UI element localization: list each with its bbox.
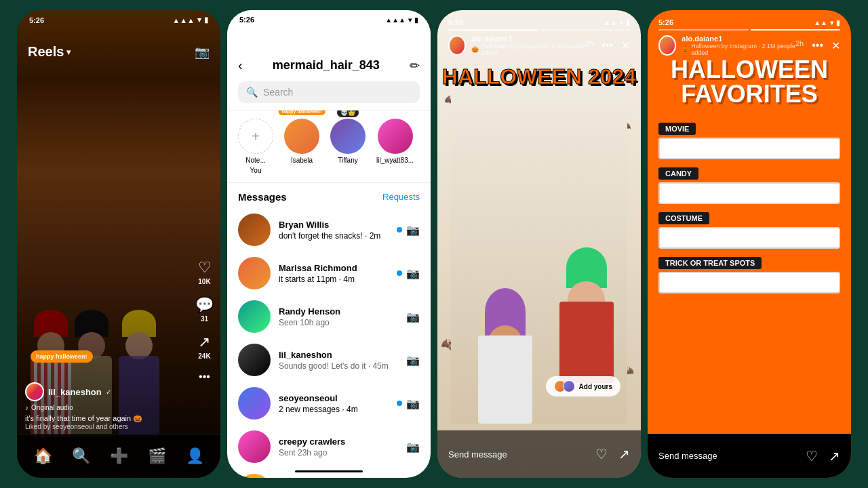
msg-content-marissa: Marissa Richmond it starts at 11pm · 4m: [279, 263, 389, 284]
add-yours-label: Add yours: [579, 383, 612, 390]
reel-user: lil_kaneshon ✓: [25, 382, 186, 401]
msg-right-creepy: 📷: [406, 441, 420, 453]
note-icon: +: [238, 119, 273, 154]
msg-content-bryan: Bryan Willis don't forget the snacks! · …: [279, 220, 389, 241]
like-button[interactable]: ♡ 10K: [198, 259, 212, 285]
story-name-isabela: Isabela: [291, 157, 313, 164]
story-bottom-3: Send message ♡ ↗: [437, 430, 641, 478]
story-name-tiffany: Tiffany: [338, 157, 357, 164]
person-green: [553, 247, 620, 383]
message-row-kaneshon[interactable]: lil_kaneshon Sounds good! Let's do it · …: [238, 338, 420, 382]
send-icon-3[interactable]: ↗: [618, 446, 630, 462]
messages-header-row: Messages Requests: [238, 183, 420, 208]
signal-2: ▲▲▲: [385, 16, 406, 24]
add-yours-button[interactable]: Add yours: [546, 376, 620, 396]
unread-dot-bryan: [397, 227, 402, 232]
avatar-randy: [238, 300, 271, 333]
msg-right-marissa: 📷: [397, 267, 420, 280]
message-row-creepy[interactable]: creepy crawlers Sent 23h ago 📷: [238, 425, 420, 468]
search-icon: 🔍: [246, 87, 258, 98]
send-icon-4[interactable]: ↗: [829, 448, 840, 464]
message-row-marissa[interactable]: Marissa Richmond it starts at 11pm · 4m …: [238, 251, 420, 295]
category-candy: CANDY: [658, 167, 840, 204]
close-icon-4[interactable]: ✕: [831, 39, 840, 52]
edit-button[interactable]: ✏: [410, 58, 420, 73]
story-avatar-4: [658, 35, 676, 56]
home-indicator-2: [295, 470, 363, 472]
camera-icon-creepy: 📷: [406, 441, 420, 453]
reel-actions: ♡ 10K 💬 31 ↗ 24K •••: [195, 259, 214, 383]
share-button[interactable]: ↗ 24K: [198, 333, 210, 360]
like-count: 10K: [198, 278, 210, 285]
nav-add[interactable]: ➕: [105, 443, 132, 470]
back-button[interactable]: ‹: [238, 58, 243, 73]
message-row-seoyon[interactable]: seoyeonseoul 2 new messages · 4m 📷: [238, 382, 420, 425]
category-trick-or-treat: TRICK OR TREAT SPOTS: [658, 257, 840, 293]
message-row-randy[interactable]: Randy Henson Seen 10h ago 📷: [238, 295, 420, 338]
msg-name-seoyon: seoyeonseoul: [279, 393, 389, 403]
category-label-movie: MOVIE: [658, 123, 696, 135]
story-you[interactable]: + Note... You: [238, 119, 273, 174]
time-1: 5:26: [29, 16, 44, 24]
more-button[interactable]: •••: [199, 371, 210, 383]
category-input-candy[interactable]: [658, 182, 840, 204]
category-label-candy: CANDY: [658, 167, 698, 180]
time-4: 5:26: [658, 18, 673, 26]
message-row-bryan[interactable]: Bryan Willis don't forget the snacks! · …: [238, 208, 420, 251]
category-input-movie[interactable]: [658, 138, 840, 159]
story-lil-wyatt[interactable]: lil_wyatt83...: [376, 119, 414, 174]
category-input-trick[interactable]: [658, 272, 840, 293]
more-icon-4[interactable]: •••: [812, 39, 823, 52]
body-purple: [478, 336, 532, 424]
msg-right-seoyon: 📷: [397, 397, 420, 410]
nav-reels[interactable]: 🎬: [143, 443, 170, 470]
heart-icon-3[interactable]: ♡: [595, 446, 608, 462]
heart-icon: ♡: [198, 259, 212, 277]
send-message-4[interactable]: Send message: [658, 451, 797, 461]
camera-icon-seoyon: 📷: [406, 397, 420, 410]
status-bar-1: 5:26 ▲▲▲ ▾ ▮: [17, 10, 220, 27]
reel-audio: ♪ Original audio: [25, 404, 186, 411]
more-icon: •••: [199, 371, 210, 383]
search-bar[interactable]: 🔍 Search: [238, 81, 420, 103]
audio-label: Original audio: [31, 404, 73, 411]
camera-icon[interactable]: 📷: [195, 45, 210, 60]
reel-bottom: lil_kaneshon ✓ ♪ Original audio it's fin…: [25, 382, 186, 430]
stories-row: + Note... You happy halloween! Isabela 💀…: [227, 110, 431, 183]
add-yours-avatars: [554, 380, 575, 392]
story-tiffany[interactable]: 💀👑 Tiffany: [330, 119, 366, 174]
requests-button[interactable]: Requests: [382, 192, 420, 202]
story-name-you: Note...: [245, 157, 265, 164]
category-label-trick: TRICK OR TREAT SPOTS: [658, 257, 762, 269]
story-user-info-3: alo.daiane1 🎃 Halloween by Instagram · 2…: [471, 35, 585, 56]
avatar-tiffany: [330, 119, 366, 154]
time-3: 5:26: [448, 18, 463, 26]
nav-home[interactable]: 🏠: [29, 443, 56, 470]
category-input-costume[interactable]: [658, 227, 840, 249]
time-2: 5:26: [239, 16, 254, 24]
progress-4-2: [751, 29, 841, 30]
story-tag-text-4: Halloween by Instagram · 2.1M people add…: [691, 43, 795, 56]
send-message-3[interactable]: Send message: [448, 449, 587, 460]
story-bubble-isabela: happy halloween!: [279, 110, 326, 115]
more-icon-3[interactable]: •••: [601, 39, 613, 52]
nav-search[interactable]: 🔍: [67, 443, 94, 470]
msg-preview-kaneshon: Sounds good! Let's do it · 45m: [279, 361, 398, 371]
story-user-row-3: alo.daiane1 🎃 Halloween by Instagram · 2…: [448, 35, 630, 56]
msg-preview-marissa: it starts at 11pm · 4m: [279, 274, 389, 284]
chat-title: mermaid_hair_843: [273, 58, 380, 73]
msg-name-kaneshon: lil_kaneshon: [279, 350, 398, 360]
liked-by: Liked by seoyeonseoul and others: [25, 423, 186, 430]
comment-button[interactable]: 💬 31: [195, 296, 214, 323]
nav-profile[interactable]: 👤: [181, 443, 208, 470]
msg-content-creepy: creepy crawlers Sent 23h ago: [279, 436, 398, 458]
bottom-nav-1: 🏠 🔍 ➕ 🎬 👤: [17, 434, 220, 478]
msg-right-kaneshon: 📷: [406, 354, 420, 367]
heart-icon-4[interactable]: ♡: [806, 448, 818, 464]
phone-halloween-favorites: 5:26 ▲▲ ▾ ▮ alo.daiane1: [648, 10, 851, 478]
close-icon-3[interactable]: ✕: [621, 39, 630, 52]
story-user-info-4: alo.daiane1 🎃 Halloween by Instagram · 2…: [682, 35, 795, 56]
progress-4-1: [658, 29, 749, 30]
story-isabela[interactable]: happy halloween! Isabela: [284, 119, 319, 174]
hw-bottom-icons: ♡ ↗: [806, 448, 840, 464]
